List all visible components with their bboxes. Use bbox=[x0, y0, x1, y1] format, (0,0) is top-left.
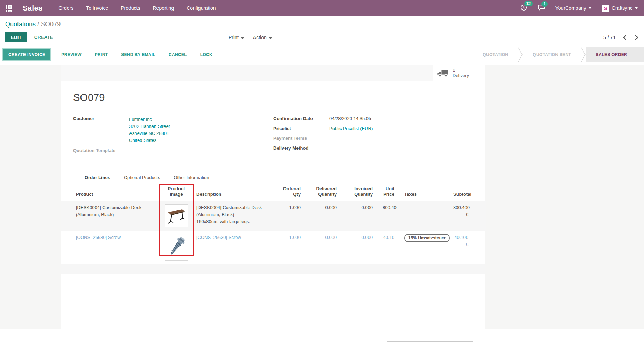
send-by-email-button[interactable]: SEND BY EMAIL bbox=[117, 50, 160, 60]
delivery-count: 1 bbox=[453, 68, 469, 73]
delivery-label: Delivery bbox=[453, 73, 469, 78]
action-dropdown[interactable]: Action bbox=[253, 35, 272, 40]
column-product[interactable]: Product bbox=[61, 183, 159, 201]
menu-configuration[interactable]: Configuration bbox=[187, 5, 216, 11]
messages-menu[interactable]: 1 bbox=[538, 5, 545, 12]
app-title: Sales bbox=[23, 4, 42, 12]
apps-menu-icon[interactable] bbox=[6, 5, 12, 12]
menu-to-invoice[interactable]: To Invoice bbox=[86, 5, 108, 11]
print-button[interactable]: PRINT bbox=[91, 50, 112, 60]
cell-invoiced-qty[interactable]: 0.000 bbox=[342, 231, 378, 264]
pricelist-label: Pricelist bbox=[273, 126, 329, 131]
create-button[interactable]: CREATE bbox=[34, 35, 53, 40]
column-invoiced-quantity[interactable]: Invoiced Quantity bbox=[342, 183, 378, 201]
cell-taxes[interactable]: 19% Umsatzsteuer bbox=[399, 231, 448, 264]
screw-product-image bbox=[165, 234, 188, 261]
cell-unit-price[interactable]: 40.10 bbox=[378, 231, 399, 264]
cell-invoiced-qty[interactable]: 0.000 bbox=[342, 201, 378, 231]
cell-delivered-qty[interactable]: 0.000 bbox=[306, 201, 342, 231]
column-product-image[interactable]: Product Image bbox=[159, 183, 194, 201]
empty-row-stripe bbox=[61, 264, 485, 274]
preview-button[interactable]: PREVIEW bbox=[57, 50, 85, 60]
cell-product[interactable]: [DESK0004] Customizable Desk (Aluminium,… bbox=[61, 201, 159, 231]
stage-quotation-sent[interactable]: QUOTATION SENT bbox=[523, 47, 581, 62]
pager-next-button[interactable] bbox=[635, 35, 639, 40]
column-taxes[interactable]: Taxes bbox=[399, 183, 448, 201]
edit-button[interactable]: EDIT bbox=[5, 32, 27, 42]
breadcrumb: Quotations / SO079 bbox=[5, 21, 639, 28]
customer-street[interactable]: 3202 Hannah Street bbox=[129, 123, 170, 130]
stage-sales-order[interactable]: SALES ORDER bbox=[586, 47, 644, 62]
form-sheet: 1 Delivery SO079 Customer Lumber Inc 320… bbox=[61, 65, 485, 343]
stage-quotation[interactable]: QUOTATION bbox=[473, 47, 518, 62]
breadcrumb-separator: / bbox=[37, 21, 39, 28]
customer-country[interactable]: United States bbox=[129, 137, 170, 144]
customer-name[interactable]: Lumber Inc bbox=[129, 116, 170, 123]
cell-product-image bbox=[159, 201, 194, 231]
user-menu[interactable]: S Craftsync bbox=[602, 5, 638, 12]
confirmation-date-value: 04/28/2020 14:35:05 bbox=[329, 116, 371, 121]
pager-previous-button[interactable] bbox=[623, 35, 627, 40]
lock-button[interactable]: LOCK bbox=[196, 50, 217, 60]
menu-reporting[interactable]: Reporting bbox=[153, 5, 174, 11]
cell-subtotal[interactable]: 800.400 € bbox=[448, 201, 473, 231]
stage-separator-icon bbox=[581, 47, 586, 62]
pricelist-value[interactable]: Public Pricelist (EUR) bbox=[329, 126, 373, 131]
cell-description[interactable]: [CONS_25630] Screw bbox=[194, 231, 275, 264]
cell-taxes[interactable] bbox=[399, 201, 448, 231]
menu-orders[interactable]: Orders bbox=[58, 5, 74, 11]
cell-ordered-qty[interactable]: 1.000 bbox=[275, 201, 306, 231]
delivery-smart-button[interactable]: 1 Delivery bbox=[433, 65, 485, 81]
column-unit-price[interactable]: Unit Price bbox=[378, 183, 399, 201]
page-title: SO079 bbox=[73, 92, 473, 103]
table-header-row: Product Product Image Description Ordere… bbox=[61, 183, 486, 201]
breadcrumb-quotations[interactable]: Quotations bbox=[5, 21, 36, 28]
stage-separator-icon bbox=[518, 47, 523, 62]
cell-unit-price[interactable]: 800.40 bbox=[378, 201, 399, 231]
column-ordered-qty[interactable]: Ordered Qty bbox=[275, 183, 306, 201]
cell-delivered-qty[interactable]: 0.000 bbox=[306, 231, 342, 264]
form-statusbar: CREATE INVOICE PREVIEW PRINT SEND BY EMA… bbox=[0, 47, 644, 62]
column-delivered-quantity[interactable]: Delivered Quantity bbox=[306, 183, 342, 201]
cell-ordered-qty[interactable]: 1.000 bbox=[275, 231, 306, 264]
create-invoice-button[interactable]: CREATE INVOICE bbox=[4, 49, 50, 60]
customer-value[interactable]: Lumber Inc 3202 Hannah Street Asheville … bbox=[129, 116, 170, 144]
tab-optional-products[interactable]: Optional Products bbox=[117, 172, 167, 183]
control-panel: Quotations / SO079 EDIT CREATE Print Act… bbox=[0, 16, 644, 43]
cell-product[interactable]: [CONS_25630] Screw bbox=[61, 231, 159, 264]
order-lines-table: Product Product Image Description Ordere… bbox=[61, 183, 485, 274]
tax-badge[interactable]: 19% Umsatzsteuer bbox=[404, 234, 450, 242]
notebook-tabs: Order Lines Optional Products Other Info… bbox=[61, 172, 485, 183]
print-dropdown[interactable]: Print bbox=[229, 35, 244, 40]
payment-terms-label: Payment Terms bbox=[273, 136, 329, 141]
tab-order-lines[interactable]: Order Lines bbox=[78, 172, 117, 183]
chevron-down-icon bbox=[635, 7, 638, 9]
avatar: S bbox=[602, 5, 609, 12]
breadcrumb-current: SO079 bbox=[41, 21, 61, 28]
column-description[interactable]: Description bbox=[194, 183, 275, 201]
form-view-background: 1 Delivery SO079 Customer Lumber Inc 320… bbox=[0, 65, 644, 329]
menu-products[interactable]: Products bbox=[121, 5, 140, 11]
cell-subtotal[interactable]: 40.100 € bbox=[448, 231, 473, 264]
customer-city[interactable]: Asheville NC 28801 bbox=[129, 130, 170, 137]
company-switcher[interactable]: YourCompany bbox=[555, 5, 592, 11]
chevron-down-icon bbox=[589, 7, 592, 9]
customer-label: Customer bbox=[73, 116, 129, 144]
activity-menu[interactable]: 12 bbox=[520, 4, 527, 12]
table-row[interactable]: [DESK0004] Customizable Desk (Aluminium,… bbox=[61, 201, 486, 231]
column-subtotal[interactable]: Subtotal bbox=[448, 183, 473, 201]
cell-product-image bbox=[159, 231, 194, 264]
message-count-badge: 1 bbox=[541, 1, 548, 7]
table-row[interactable]: [CONS_25630] Screw bbox=[61, 231, 486, 264]
cancel-button[interactable]: CANCEL bbox=[164, 50, 191, 60]
quotation-template-label: Quotation Template bbox=[73, 148, 129, 153]
desk-product-image bbox=[165, 204, 188, 227]
tab-other-information[interactable]: Other Information bbox=[167, 172, 216, 183]
smart-button-box: 1 Delivery bbox=[61, 65, 485, 81]
cell-description[interactable]: [DESK0004] Customizable Desk (Aluminium,… bbox=[194, 201, 275, 231]
truck-icon bbox=[437, 69, 448, 77]
delivery-method-label: Delivery Method bbox=[273, 145, 329, 151]
main-menu: Orders To Invoice Products Reporting Con… bbox=[58, 5, 216, 11]
order-totals: Untaxed Amount: 840.500 € Taxes: 7.619 € bbox=[387, 341, 473, 343]
user-name: Craftsync bbox=[612, 5, 632, 11]
